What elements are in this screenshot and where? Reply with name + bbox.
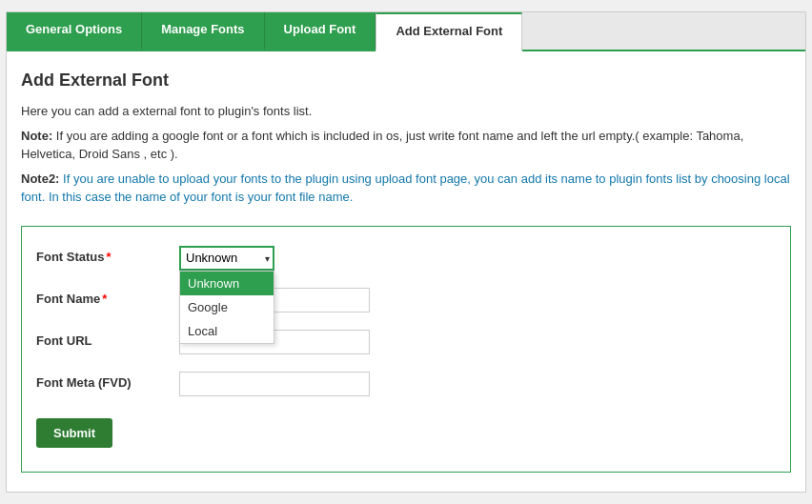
tab-bar: General Options Manage Fonts Upload Font… [7,12,805,51]
font-name-row: Font Name* [36,288,776,312]
font-status-select[interactable]: Unknown Google Local [179,246,274,271]
dropdown-option-unknown[interactable]: Unknown [180,272,274,295]
note2: Note2: If you are unable to upload your … [21,170,791,207]
note1-label: Note: [21,129,52,143]
dropdown-option-google[interactable]: Google [180,295,274,319]
font-status-select-wrapper: Unknown Google Local ▾ Unknown Google Lo… [179,246,274,271]
note1: Note: If you are adding a google font or… [21,127,791,164]
font-url-row: Font URL [36,330,776,354]
font-meta-row: Font Meta (FVD) [36,372,776,396]
font-status-dropdown: Unknown Google Local [179,271,274,344]
tab-upload-font[interactable]: Upload Font [265,12,376,50]
description-text: Here you can add a external font to plug… [21,102,791,121]
note2-text: If you are unable to upload your fonts t… [21,171,790,205]
page-content: Add External Font Here you can add a ext… [7,51,805,492]
tab-add-external-font[interactable]: Add External Font [376,12,522,51]
font-meta-label: Font Meta (FVD) [36,372,179,390]
main-container: General Options Manage Fonts Upload Font… [6,11,806,493]
dropdown-option-local[interactable]: Local [180,319,274,343]
font-url-label: Font URL [36,330,179,348]
font-status-label: Font Status* [36,246,179,264]
font-status-row: Font Status* Unknown Google Local ▾ Unkn… [36,246,776,271]
font-status-required: * [107,250,112,264]
page-title: Add External Font [21,71,791,91]
font-meta-input[interactable] [179,372,370,396]
tab-general-options[interactable]: General Options [7,12,142,50]
font-name-required: * [102,292,107,306]
form-section: Font Status* Unknown Google Local ▾ Unkn… [21,226,791,473]
note2-label: Note2: [21,171,59,186]
font-name-label: Font Name* [36,288,179,306]
note1-text: If you are adding a google font or a fon… [21,129,743,162]
tab-manage-fonts[interactable]: Manage Fonts [142,12,264,50]
submit-button[interactable]: Submit [36,418,112,448]
